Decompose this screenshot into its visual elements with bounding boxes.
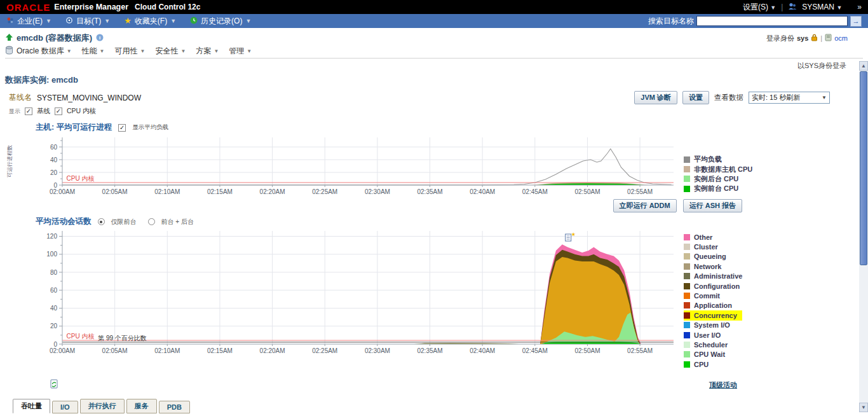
- search-go-button[interactable]: →: [850, 16, 862, 27]
- legend-item-cpu-wait[interactable]: CPU Wait: [684, 350, 742, 359]
- baseline-row: 基线名 SYSTEM_MOVING_WINDOW JVM 诊断 设置 查看数据 …: [5, 91, 830, 104]
- nav-history[interactable]: 历史记录(O)▼: [190, 16, 251, 27]
- run-addm-now-button[interactable]: 立即运行 ADDM: [613, 199, 677, 212]
- legend-item-scheduler[interactable]: Scheduler: [684, 340, 742, 349]
- info-icon[interactable]: i: [96, 32, 104, 44]
- legend-swatch: [684, 186, 690, 192]
- vertical-scrollbar[interactable]: ▲ ▼: [859, 61, 868, 412]
- host-name-link[interactable]: ocm: [834, 34, 848, 42]
- svg-text:40: 40: [50, 305, 58, 312]
- page-content: emcdb (容器数据库) i 登录身份 sys | ocm: [0, 28, 868, 413]
- nav-enterprise[interactable]: 企业(E)▼: [6, 16, 51, 27]
- top-activity-link[interactable]: 顶级活动: [709, 380, 737, 390]
- jvm-diagnostics-button[interactable]: JVM 诊断: [634, 91, 677, 104]
- global-nav-bar: 企业(E)▼ 目标(T)▼ ★ 收藏夹(F)▼ 历史记录(O)▼ 搜索目标名称 …: [0, 14, 868, 28]
- legend-item-平均负载[interactable]: 平均负载: [684, 155, 752, 164]
- foreground-background-radio[interactable]: [148, 218, 155, 225]
- search-target-input[interactable]: [696, 16, 848, 26]
- foreground-only-radio[interactable]: [98, 218, 105, 225]
- legend-item-commit[interactable]: Commit: [684, 291, 742, 300]
- target-menu-item-0[interactable]: Oracle 数据库▼: [17, 46, 72, 57]
- target-menu-item-5[interactable]: 管理▼: [229, 46, 252, 57]
- legend-item-cpu[interactable]: CPU: [684, 359, 742, 369]
- baseline-checkbox[interactable]: ✓: [25, 107, 32, 115]
- legend-item-cluster[interactable]: Cluster: [684, 242, 742, 251]
- svg-text:02:55AM: 02:55AM: [627, 347, 653, 354]
- legend-item-other[interactable]: Other: [684, 232, 742, 242]
- tab-服务[interactable]: 服务: [126, 399, 157, 413]
- nav-favorites[interactable]: ★ 收藏夹(F)▼: [124, 16, 176, 27]
- chart-footer-row: 顶级活动: [5, 379, 737, 391]
- svg-text:02:30AM: 02:30AM: [365, 347, 390, 354]
- refresh-page-icon[interactable]: [50, 379, 58, 391]
- chevron-down-icon: ▼: [67, 48, 72, 54]
- nav-targets[interactable]: 目标(T)▼: [65, 16, 110, 27]
- svg-text:02:10AM: 02:10AM: [154, 347, 180, 354]
- target-menu-item-1[interactable]: 性能▼: [82, 46, 105, 57]
- legend-label: 实例前台 CPU: [694, 184, 738, 193]
- view-data-select[interactable]: 实时: 15 秒刷新 ▼: [749, 92, 830, 104]
- legend-item-configuration[interactable]: Configuration: [684, 281, 742, 291]
- addm-report-marker-icon[interactable]: ★: [566, 232, 576, 241]
- svg-text:20: 20: [50, 322, 58, 329]
- legend-label: Commit: [694, 292, 720, 300]
- average-active-sessions-chart[interactable]: CPU 内核第 99 个百分比数02040608010012002:00AM02…: [5, 228, 679, 361]
- legend-item-administrative[interactable]: Administrative: [684, 272, 742, 281]
- tab-并行执行[interactable]: 并行执行: [80, 399, 125, 413]
- svg-text:02:35AM: 02:35AM: [417, 347, 442, 354]
- user-menu[interactable]: SYSMAN ▼: [802, 3, 842, 11]
- scroll-down-arrow[interactable]: ▼: [859, 403, 868, 412]
- svg-text:02:35AM: 02:35AM: [417, 188, 442, 195]
- legend-item-user-i-o[interactable]: User I/O: [684, 330, 742, 340]
- legend-label: Scheduler: [694, 341, 728, 349]
- svg-text:20: 20: [50, 169, 58, 176]
- svg-text:02:50AM: 02:50AM: [574, 188, 600, 195]
- chevron-down-icon: ▼: [140, 48, 146, 54]
- chart2-title: 平均活动会话数: [36, 216, 92, 227]
- legend-swatch: [684, 234, 690, 240]
- legend-item-实例后台-cpu[interactable]: 实例后台 CPU: [684, 174, 752, 184]
- legend-item-system-i-o[interactable]: System I/O: [684, 321, 742, 330]
- target-menu-item-3[interactable]: 安全性▼: [155, 46, 186, 57]
- tab-pdb[interactable]: PDB: [159, 401, 190, 413]
- legend-swatch: [684, 293, 690, 299]
- settings-menu[interactable]: 设置(S) ▼: [743, 2, 776, 13]
- page-title: 数据库实例: emcdb: [5, 74, 863, 86]
- cpu-cores-checkbox[interactable]: ✓: [55, 107, 62, 115]
- legend-item-network[interactable]: Network: [684, 261, 742, 271]
- chevron-down-icon: ▼: [214, 48, 219, 54]
- legend-label: System I/O: [694, 321, 730, 329]
- show-average-load-checkbox[interactable]: ✓: [118, 124, 126, 132]
- target-icon: [65, 17, 73, 26]
- settings-button[interactable]: 设置: [682, 91, 709, 104]
- enterprise-icon: [6, 17, 14, 26]
- svg-text:02:45AM: 02:45AM: [522, 188, 548, 195]
- legend-swatch: [684, 273, 690, 279]
- runnable-processes-chart[interactable]: CPU 内核020406002:00AM02:05AM02:10AM02:15A…: [5, 134, 679, 197]
- target-menu-item-2[interactable]: 可用性▼: [115, 46, 146, 57]
- chevron-down-icon: ▼: [100, 48, 105, 54]
- crumb-separator: |: [820, 34, 822, 42]
- overflow-chevron[interactable]: »: [857, 3, 862, 11]
- legend-item-queueing[interactable]: Queueing: [684, 252, 742, 261]
- scrollbar-thumb[interactable]: [860, 71, 867, 265]
- scroll-up-arrow[interactable]: ▲: [859, 61, 868, 71]
- legend-swatch: [684, 283, 690, 289]
- legend-label: Configuration: [694, 282, 740, 290]
- legend-swatch: [684, 312, 690, 319]
- chart2-title-row: 平均活动会话数 仅限前台 前台 + 后台: [36, 216, 863, 227]
- view-data-label: 查看数据: [714, 93, 743, 102]
- tab-吞吐量[interactable]: 吞吐量: [13, 399, 50, 413]
- legend-item-concurrency[interactable]: Concurrency: [684, 310, 742, 320]
- chevron-down-icon: ▼: [822, 95, 827, 101]
- legend-item-实例前台-cpu[interactable]: 实例前台 CPU: [684, 184, 752, 193]
- header-separator: |: [781, 3, 783, 11]
- run-ash-report-button[interactable]: 运行 ASH 报告: [683, 199, 742, 212]
- target-menu-item-4[interactable]: 方案▼: [196, 46, 219, 57]
- tab-i-o[interactable]: I/O: [52, 401, 78, 413]
- legend-item-非数据库主机-cpu[interactable]: 非数据库主机 CPU: [684, 164, 752, 174]
- foreground-background-label: 前台 + 后台: [161, 218, 194, 226]
- legend-item-application[interactable]: Application: [684, 301, 742, 310]
- target-name-link[interactable]: emcdb (容器数据库): [17, 32, 92, 44]
- chart1-title: 主机: 平均可运行进程: [36, 122, 112, 133]
